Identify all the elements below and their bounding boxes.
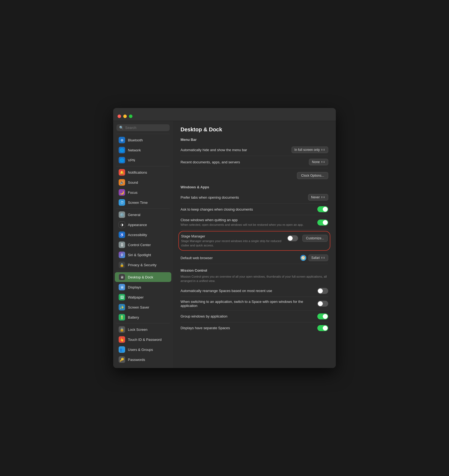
sidebar-item-users[interactable]: 👥 Users & Groups	[115, 345, 171, 354]
sidebar-item-battery[interactable]: 🔋 Battery	[115, 312, 171, 322]
recentdocs-dropdown[interactable]: None ⬆⬇	[309, 159, 328, 165]
groupwindows-toggle[interactable]	[317, 313, 328, 319]
autohide-label: Automatically hide and show the menu bar	[181, 148, 292, 152]
search-box[interactable]: 🔍	[116, 124, 170, 131]
touchid-icon: 👆	[119, 336, 125, 343]
privacy-icon: 🔒	[119, 262, 125, 268]
sidebar-label-control: Control Center	[128, 243, 151, 247]
windowsapps-section-header: Windows & Apps	[181, 185, 328, 189]
sidebar-item-accessibility[interactable]: ♿ Accessibility	[115, 230, 171, 240]
maximize-button[interactable]	[129, 115, 132, 118]
chevron-icon-2: ⬆⬇	[321, 161, 325, 163]
safari-icon: 🧭	[300, 255, 306, 261]
autorearrange-control[interactable]	[317, 288, 328, 294]
closewindows-label: Close windows when quitting an app When …	[181, 218, 317, 227]
sidebar-label-screentime: Screen Time	[128, 201, 148, 205]
prefertabs-control: Never ⬆⬇	[308, 194, 328, 201]
search-input[interactable]	[125, 126, 167, 130]
sidebar-item-privacy[interactable]: 🔒 Privacy & Security	[115, 260, 171, 270]
sidebar-item-screentime[interactable]: ⏱ Screen Time	[115, 198, 171, 207]
keepchanges-row: Ask to keep changes when closing documen…	[181, 204, 328, 215]
sidebar-item-focus[interactable]: 🌙 Focus	[115, 188, 171, 197]
sidebar-label-touchid: Touch ID & Password	[128, 338, 162, 342]
accessibility-icon: ♿	[119, 231, 125, 238]
sidebar-item-network[interactable]: 🌐 Network	[115, 145, 171, 155]
sidebar-divider-5	[116, 323, 170, 323]
sidebar-item-displays[interactable]: 🖥 Displays	[115, 282, 171, 292]
stagemanager-controls: Customize...	[287, 235, 328, 242]
sidebar-label-wallpaper: Wallpaper	[128, 295, 144, 299]
autorearrange-toggle[interactable]	[317, 288, 328, 294]
sidebar-label-users: Users & Groups	[128, 348, 153, 352]
customize-button[interactable]: Customize...	[302, 235, 328, 242]
keepchanges-label: Ask to keep changes when closing documen…	[181, 207, 317, 211]
sidebar-label-bluetooth: Bluetooth	[128, 138, 143, 142]
closewindows-toggle[interactable]	[317, 220, 328, 226]
sidebar-divider	[116, 134, 170, 134]
search-icon: 🔍	[119, 126, 124, 130]
clock-options-button[interactable]: Clock Options...	[297, 172, 328, 179]
sidebar-label-privacy: Privacy & Security	[128, 263, 156, 267]
sidebar-label-sound: Sound	[128, 180, 138, 185]
stagemanager-label: Stage Manager Stage Manager arranges you…	[181, 234, 287, 247]
screentime-icon: ⏱	[119, 199, 125, 206]
separatespaces-toggle[interactable]	[317, 325, 328, 331]
switchspace-control[interactable]	[317, 301, 328, 307]
sidebar-item-sound[interactable]: 🔊 Sound	[115, 177, 171, 187]
sidebar-item-bluetooth[interactable]: ⊛ Bluetooth	[115, 135, 171, 145]
close-button[interactable]	[118, 115, 121, 118]
siri-icon: 🎙	[119, 252, 125, 258]
sidebar-item-touchid[interactable]: 👆 Touch ID & Password	[115, 335, 171, 344]
prefertabs-label: Prefer tabs when opening documents	[181, 195, 308, 199]
stagemanager-row: Stage Manager Stage Manager arranges you…	[178, 231, 330, 251]
sidebar-item-appearance[interactable]: ◑ Appearance	[115, 220, 171, 230]
groupwindows-control[interactable]	[317, 313, 328, 319]
sidebar-label-vpn: VPN	[128, 158, 135, 162]
sidebar-label-accessibility: Accessibility	[128, 233, 147, 237]
switchspace-row: When switching to an application, switch…	[181, 297, 328, 311]
autorearrange-row: Automatically rearrange Spaces based on …	[181, 285, 328, 297]
autohide-control: In full screen only ⬆⬇	[292, 147, 328, 153]
switchspace-toggle[interactable]	[317, 301, 328, 307]
groupwindows-label: Group windows by application	[181, 314, 317, 318]
recentdocs-row: Recent documents, apps, and servers None…	[181, 156, 328, 168]
separatespaces-control[interactable]	[317, 325, 328, 331]
browser-dropdown[interactable]: Safari ⬆⬇	[308, 255, 328, 261]
sidebar-item-screensaver[interactable]: ✨ Screen Saver	[115, 302, 171, 312]
sidebar-item-lockscreen[interactable]: 🔒 Lock Screen	[115, 325, 171, 334]
autohide-row: Automatically hide and show the menu bar…	[181, 144, 328, 156]
sidebar-item-general[interactable]: ⚙️ General	[115, 210, 171, 220]
sidebar-label-passwords: Passwords	[128, 358, 145, 362]
keepchanges-toggle[interactable]	[317, 206, 328, 212]
chevron-icon-3: ⬆⬇	[321, 196, 325, 199]
sidebar-label-appearance: Appearance	[128, 223, 147, 227]
sidebar-item-passwords[interactable]: 🔑 Passwords	[115, 355, 171, 364]
sidebar-item-wallpaper[interactable]: 🖼 Wallpaper	[115, 292, 171, 302]
sidebar-item-vpn[interactable]: 🌐 VPN	[115, 155, 171, 165]
autohide-dropdown[interactable]: In full screen only ⬆⬇	[292, 147, 328, 153]
stagemanager-toggle[interactable]	[287, 235, 298, 241]
minimize-button[interactable]	[123, 115, 127, 118]
switchspace-label: When switching to an application, switch…	[181, 300, 317, 308]
prefertabs-row: Prefer tabs when opening documents Never…	[181, 191, 328, 204]
closewindows-control[interactable]	[317, 220, 328, 226]
prefertabs-dropdown[interactable]: Never ⬆⬇	[308, 194, 328, 201]
separatespaces-row: Displays have separate Spaces	[181, 322, 328, 334]
closewindows-row: Close windows when quitting an app When …	[181, 215, 328, 230]
sidebar-item-control[interactable]: 🎛 Control Center	[115, 240, 171, 250]
keepchanges-control[interactable]	[317, 206, 328, 212]
general-icon: ⚙️	[119, 211, 125, 218]
battery-icon: 🔋	[119, 314, 125, 320]
sidebar-item-dock[interactable]: 🖥 Desktop & Dock	[115, 272, 171, 282]
sidebar-item-siri[interactable]: 🎙 Siri & Spotlight	[115, 250, 171, 260]
dock-icon: 🖥	[119, 274, 125, 280]
lockscreen-icon: 🔒	[119, 326, 125, 333]
sidebar-item-notifications[interactable]: 🔔 Notifications	[115, 167, 171, 177]
appearance-icon: ◑	[119, 221, 125, 228]
vpn-icon: 🌐	[119, 157, 125, 163]
browser-control: 🧭 Safari ⬆⬇	[300, 255, 328, 261]
sidebar: 🔍 ⊛ Bluetooth 🌐 Network 🌐 VPN 🔔 Notifica…	[113, 121, 173, 368]
sidebar-label-network: Network	[128, 148, 141, 152]
sidebar-label-general: General	[128, 213, 140, 217]
bluetooth-icon: ⊛	[119, 137, 125, 143]
